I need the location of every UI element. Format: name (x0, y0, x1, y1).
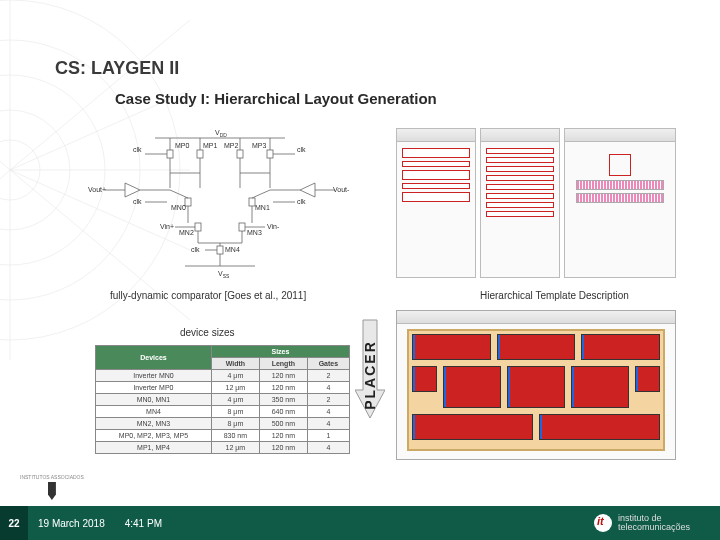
table-row: Inverter MP012 μm120 nm4 (96, 382, 350, 394)
slide-title: CS: LAYGEN II (55, 58, 179, 79)
svg-line-13 (0, 170, 10, 270)
svg-text:clk: clk (191, 246, 200, 253)
th-length: Length (259, 358, 307, 370)
svg-text:MP0: MP0 (175, 142, 190, 149)
svg-line-12 (0, 70, 10, 170)
svg-text:clk: clk (133, 198, 142, 205)
th-sizes: Sizes (211, 346, 349, 358)
vdd-label: VDD (215, 129, 227, 138)
svg-rect-19 (167, 150, 173, 158)
svg-text:MP3: MP3 (252, 142, 267, 149)
svg-text:MN3: MN3 (247, 229, 262, 236)
svg-line-39 (170, 190, 188, 198)
svg-text:clk: clk (297, 146, 306, 153)
table-row: MN48 μm640 nm4 (96, 406, 350, 418)
template-panels (396, 128, 676, 278)
svg-text:Vout-: Vout- (333, 186, 350, 193)
placer-label: PLACER (362, 315, 378, 435)
svg-rect-21 (237, 150, 243, 158)
svg-text:MP2: MP2 (224, 142, 239, 149)
footer-time: 4:41 PM (125, 518, 162, 529)
footer-bar: 22 19 March 2018 4:41 PM instituto de te… (0, 506, 720, 540)
page-number: 22 (0, 506, 28, 540)
table-row: MN2, MN38 μm500 nm4 (96, 418, 350, 430)
svg-text:Vin+: Vin+ (160, 223, 174, 230)
it-logo: instituto de telecomunicações (594, 514, 708, 532)
svg-line-40 (252, 190, 270, 198)
svg-rect-35 (185, 198, 191, 206)
svg-text:MN0: MN0 (171, 204, 186, 211)
it-logo-icon (594, 514, 612, 532)
th-gates: Gates (307, 358, 349, 370)
svg-text:Vout+: Vout+ (88, 186, 106, 193)
svg-text:MN1: MN1 (255, 204, 270, 211)
svg-rect-42 (239, 223, 245, 231)
chip-layout (407, 329, 665, 451)
svg-text:Vin-: Vin- (267, 223, 280, 230)
comparator-schematic: VDD VSS clkclk clkclk clk Vout+Vout- Vin… (85, 128, 355, 278)
ist-logo-icon (48, 482, 56, 500)
template-window-2 (480, 128, 560, 278)
svg-rect-41 (195, 223, 201, 231)
svg-marker-29 (125, 183, 140, 197)
table-row: MP0, MP2, MP3, MP5830 nm120 nm1 (96, 430, 350, 442)
template-window-3 (564, 128, 676, 278)
template-window-1 (396, 128, 476, 278)
device-sizes-label: device sizes (180, 327, 234, 338)
svg-text:clk: clk (133, 146, 142, 153)
slide-subtitle: Case Study I: Hierarchical Layout Genera… (115, 90, 437, 107)
svg-text:clk: clk (297, 198, 306, 205)
device-sizes-table: Devices Sizes Width Length Gates Inverte… (95, 345, 350, 454)
svg-text:MN2: MN2 (179, 229, 194, 236)
svg-rect-48 (217, 246, 223, 254)
associated-institutes: INSTITUTOS ASSOCIADOS (20, 474, 84, 502)
svg-marker-30 (300, 183, 315, 197)
table-row: MN0, MN14 μm350 nm2 (96, 394, 350, 406)
table-row: Inverter MN04 μm120 nm2 (96, 370, 350, 382)
svg-rect-20 (197, 150, 203, 158)
th-width: Width (211, 358, 259, 370)
caption-comparator: fully-dynamic comparator [Goes et al., 2… (110, 290, 306, 301)
table-row: MP1, MP412 μm120 nm4 (96, 442, 350, 454)
footer-date: 19 March 2018 (38, 518, 105, 529)
svg-text:MN4: MN4 (225, 246, 240, 253)
svg-text:MP1: MP1 (203, 142, 218, 149)
svg-rect-22 (267, 150, 273, 158)
th-devices: Devices (96, 346, 212, 370)
caption-template: Hierarchical Template Description (480, 290, 629, 301)
layout-result-window (396, 310, 676, 460)
vss-label: VSS (218, 270, 230, 278)
it-logo-text: instituto de telecomunicações (618, 514, 708, 532)
